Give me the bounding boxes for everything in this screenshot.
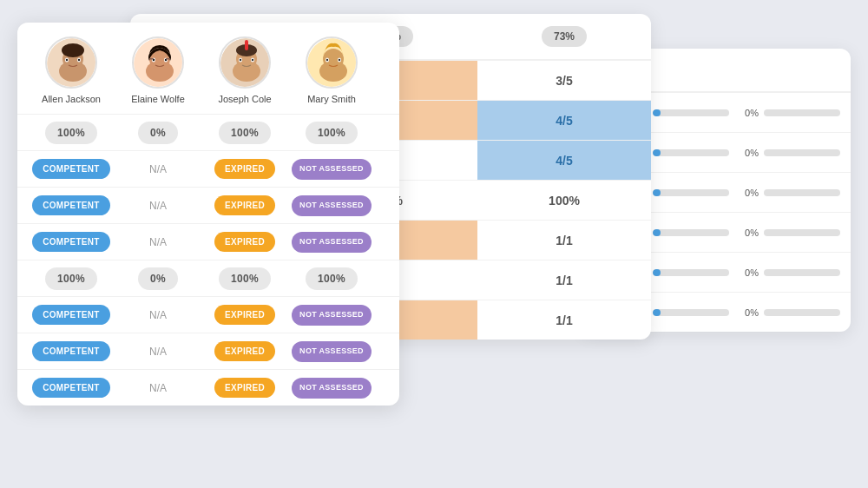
person-column-elaine: Elaine Wolfe [115, 36, 201, 105]
cell: N/A [115, 346, 201, 358]
data-row-3: COMPETENT N/A EXPIRED NOT ASSESSED [17, 187, 399, 223]
not-assessed-badge: NOT ASSESSED [292, 305, 372, 326]
progress-bar2 [764, 229, 840, 236]
svg-point-6 [66, 59, 68, 61]
na-text: N/A [149, 236, 167, 248]
avatar-allen [45, 36, 97, 89]
svg-point-31 [326, 59, 328, 61]
progress-bar [653, 269, 729, 276]
data-row-4: COMPETENT N/A EXPIRED NOT ASSESSED [17, 223, 399, 260]
not-assessed-badge: NOT ASSESSED [292, 232, 372, 253]
avatar-joseph [219, 36, 271, 89]
not-assessed-badge: NOT ASSESSED [292, 378, 372, 399]
progress-bar [653, 229, 729, 236]
svg-rect-25 [245, 40, 248, 50]
cell: 100% [201, 267, 288, 290]
cell: N/A [115, 382, 201, 394]
cell: NOT ASSESSED [288, 378, 375, 399]
score-badge: 100% [219, 122, 271, 144]
cell: N/A [115, 163, 201, 175]
person-column-mary: Mary Smith [288, 36, 375, 105]
expired-badge: EXPIRED [214, 232, 275, 252]
cell: COMPETENT [28, 378, 115, 398]
score-badge: 100% [306, 267, 358, 290]
data-row-1: 100% 0% 100% 100% [17, 114, 399, 150]
mid-cell-value: 4/5 [477, 141, 651, 180]
mid-header-cell: 73% [477, 26, 651, 47]
score-badge: 100% [45, 267, 97, 290]
score-badge: 100% [306, 122, 358, 144]
not-assessed-badge: NOT ASSESSED [292, 159, 372, 180]
mid-cell-value: 4/5 [477, 101, 651, 140]
right-section: 10% 0% [623, 307, 840, 318]
cell: 0% [115, 122, 201, 144]
data-row-6: COMPETENT N/A EXPIRED NOT ASSESSED [17, 296, 399, 333]
score-badge: 100% [45, 122, 97, 144]
progress-bar2 [764, 309, 840, 316]
progress-bar [653, 309, 729, 316]
cell: 100% [28, 267, 115, 290]
pct-label2: 0% [734, 307, 759, 318]
cell: EXPIRED [201, 305, 288, 325]
cell: NOT ASSESSED [288, 159, 375, 180]
data-row-7: COMPETENT N/A EXPIRED NOT ASSESSED [17, 333, 399, 369]
person-column-joseph: Joseph Cole [201, 36, 288, 105]
progress-bar2 [764, 269, 840, 276]
score-badge: 0% [138, 267, 178, 290]
expired-badge: EXPIRED [214, 159, 275, 179]
cell: NOT ASSESSED [288, 341, 375, 362]
svg-point-32 [339, 59, 340, 61]
expired-badge: EXPIRED [214, 305, 275, 325]
svg-point-23 [240, 59, 241, 61]
cell: 100% [28, 122, 115, 144]
expired-badge: EXPIRED [214, 195, 275, 215]
cell: COMPETENT [28, 232, 115, 252]
na-text: N/A [149, 200, 167, 212]
svg-rect-16 [166, 58, 170, 60]
mid-cell-value: 100% [477, 181, 651, 220]
cell: EXPIRED [201, 378, 288, 398]
right-section: 10% 0% [623, 228, 840, 238]
cell: NOT ASSESSED [288, 195, 375, 216]
pct-label2: 0% [734, 267, 759, 278]
not-assessed-badge: NOT ASSESSED [292, 195, 372, 216]
cell: N/A [115, 309, 201, 321]
pct-label2: 0% [734, 108, 759, 118]
right-section: 10% 0% [623, 267, 840, 278]
competent-badge: COMPETENT [32, 378, 109, 398]
expired-badge: EXPIRED [214, 341, 275, 361]
person-name-allen: Allen Jackson [42, 94, 101, 105]
cell: COMPETENT [28, 341, 115, 361]
cell: 100% [201, 122, 288, 144]
right-section: 10% 0% [623, 148, 840, 158]
data-row-2: COMPETENT N/A EXPIRED NOT ASSESSED [17, 150, 399, 187]
cell: NOT ASSESSED [288, 232, 375, 253]
right-section: 10% 0% [623, 188, 840, 198]
cell: EXPIRED [201, 341, 288, 361]
na-text: N/A [149, 346, 167, 358]
cell: 100% [288, 122, 375, 144]
svg-point-7 [78, 59, 80, 61]
cell: COMPETENT [28, 305, 115, 325]
data-row-8: COMPETENT N/A EXPIRED NOT ASSESSED [17, 369, 399, 406]
person-name-mary: Mary Smith [307, 94, 356, 105]
avatar-mary [306, 36, 358, 89]
cell: N/A [115, 200, 201, 212]
data-row-5: 100% 0% 100% 100% [17, 260, 399, 296]
score-badge: 100% [219, 267, 271, 290]
cell: 100% [288, 267, 375, 290]
header-row: Allen Jackson [17, 23, 399, 114]
competent-badge: COMPETENT [32, 341, 109, 361]
mid-cell-value: 1/1 [477, 260, 651, 300]
progress-bar [653, 149, 729, 156]
competent-badge: COMPETENT [32, 232, 109, 252]
mid-cell-value: 1/1 [477, 300, 651, 340]
not-assessed-badge: NOT ASSESSED [292, 341, 372, 362]
progress-bar [653, 189, 729, 196]
na-text: N/A [149, 163, 167, 175]
expired-badge: EXPIRED [214, 378, 275, 398]
cell: 0% [115, 267, 201, 290]
na-text: N/A [149, 382, 167, 394]
cell: NOT ASSESSED [288, 305, 375, 326]
person-name-elaine: Elaine Wolfe [131, 94, 185, 105]
